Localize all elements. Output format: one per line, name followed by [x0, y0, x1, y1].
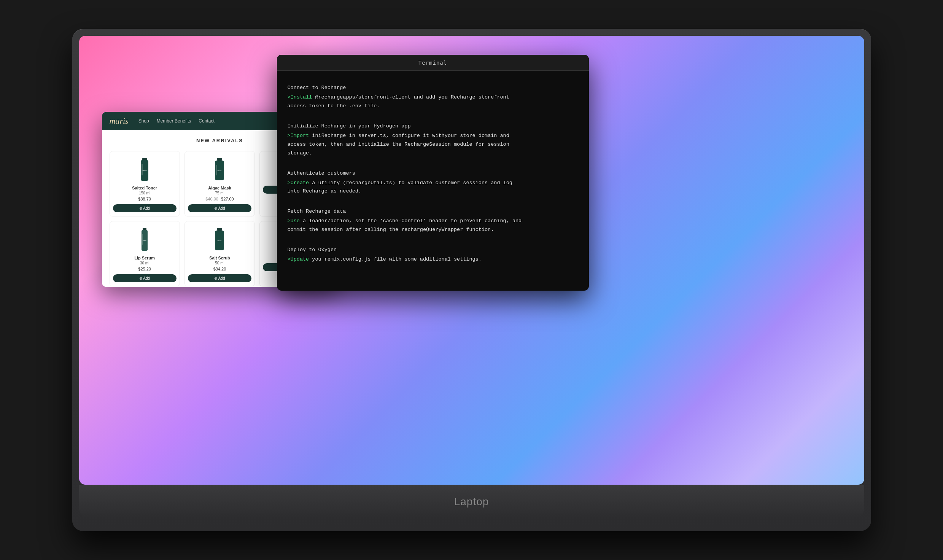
terminal-body[interactable]: Connect to Recharge >Install @rechargeap… [277, 71, 589, 278]
nav-member-benefits[interactable]: Member Benefits [157, 118, 191, 124]
product-size: 30 ml [113, 261, 177, 265]
svg-rect-4 [217, 158, 222, 161]
section-heading: Deploy to Oxygen [288, 246, 578, 255]
add-to-cart-button[interactable]: ⊕ Add [113, 274, 177, 282]
product-card: maris Lip Serum 30 ml $25.20 ⊕ Add [110, 221, 180, 286]
product-card: maris Salt Scrub 50 ml $34.20 ⊕ Add [184, 221, 255, 286]
laptop-body: maris Shop Member Benefits Contact NEW A… [72, 29, 871, 531]
section-heading: Authenticate customers [288, 169, 578, 178]
product-price: $25.20 [113, 267, 177, 271]
terminal-line: >Update you remix.config.js file with so… [288, 255, 578, 264]
terminal-text: you remix.config.js file with some addit… [312, 256, 482, 262]
product-size: 150 ml [113, 191, 177, 195]
product-image: maris [210, 226, 229, 253]
terminal-title: Terminal [418, 60, 447, 66]
add-to-cart-button[interactable]: ⊕ Add [188, 204, 251, 212]
product-name: Algae Mask [188, 186, 251, 190]
laptop-container: maris Shop Member Benefits Contact NEW A… [53, 14, 890, 546]
svg-text:maris: maris [143, 169, 147, 171]
product-name: Salt Scrub [188, 256, 251, 260]
add-to-cart-button[interactable]: ⊕ Add [113, 204, 177, 212]
screen-bezel: maris Shop Member Benefits Contact NEW A… [79, 36, 864, 485]
svg-text:maris: maris [218, 240, 222, 242]
terminal-section-deploy: Deploy to Oxygen >Update you remix.confi… [288, 246, 578, 264]
terminal-section-initialize: Initialize Recharge in your Hydrogen app… [288, 122, 578, 158]
section-heading: Connect to Recharge [288, 84, 578, 92]
product-card: maris Algae Mask 75 ml $40.00 $27.00 ⊕ A… [184, 151, 255, 216]
svg-rect-0 [142, 158, 147, 160]
svg-rect-11 [143, 228, 146, 230]
nav-shop[interactable]: Shop [138, 118, 149, 124]
nav-contact[interactable]: Contact [199, 118, 214, 124]
product-card: maris Salted Toner 150 ml $38.70 ⊕ Add [110, 151, 180, 216]
product-size: 75 ml [188, 191, 251, 195]
product-size: 50 ml [188, 261, 251, 265]
svg-text:maris: maris [218, 170, 222, 172]
laptop-base: Laptop [79, 485, 864, 519]
product-price: $38.70 [113, 197, 177, 201]
product-image: maris [210, 156, 229, 183]
original-price: $40.00 [205, 197, 218, 201]
svg-text:maris: maris [143, 239, 146, 241]
terminal-titlebar: Terminal [277, 55, 589, 71]
keyword-install: >Install [288, 94, 312, 100]
laptop-screen: maris Shop Member Benefits Contact NEW A… [79, 36, 864, 485]
terminal-section-authenticate: Authenticate customers >Create a utility… [288, 169, 578, 196]
product-price: $40.00 $27.00 [188, 197, 251, 201]
section-heading: Fetch Recharge data [288, 207, 578, 216]
laptop-label: Laptop [454, 496, 489, 508]
terminal-section-fetch: Fetch Recharge data >Use a loader/action… [288, 207, 578, 234]
terminal-text: iniRecharge in server.ts, configure it w… [288, 133, 509, 156]
keyword-update: >Update [288, 256, 309, 262]
keyword-use: >Use [288, 218, 300, 224]
product-name: Lip Serum [113, 256, 177, 260]
terminal-section-connect: Connect to Recharge >Install @rechargeap… [288, 84, 578, 111]
keyword-import: >Import [288, 133, 309, 138]
terminal-text: a loader/action, set the 'cache-Control'… [288, 218, 522, 232]
keyword-create: >Create [288, 180, 309, 186]
terminal-line: >Use a loader/action, set the 'cache-Con… [288, 217, 578, 234]
product-price: $34.20 [188, 267, 251, 271]
terminal-line: >Install @rechargeapps/storefront-client… [288, 93, 578, 111]
product-image: maris [135, 226, 154, 253]
terminal-line: >Create a utility (rechargeUtil.ts) to v… [288, 179, 578, 196]
terminal-line: >Import iniRecharge in server.ts, config… [288, 132, 578, 158]
product-image: maris [135, 156, 154, 183]
add-to-cart-button[interactable]: ⊕ Add [188, 274, 251, 282]
product-name: Salted Toner [113, 186, 177, 190]
terminal-text: a utility (rechargeUtil.ts) to validate … [288, 180, 512, 194]
terminal-window: Terminal Connect to Recharge >Install @r… [277, 55, 589, 291]
nav-links: Shop Member Benefits Contact [138, 118, 215, 124]
svg-rect-15 [217, 228, 222, 231]
svg-rect-6 [216, 165, 217, 175]
terminal-text: @rechargeapps/storefront-client and add … [288, 94, 509, 109]
section-heading: Initialize Recharge in your Hydrogen app [288, 122, 578, 131]
site-logo: maris [110, 116, 129, 126]
